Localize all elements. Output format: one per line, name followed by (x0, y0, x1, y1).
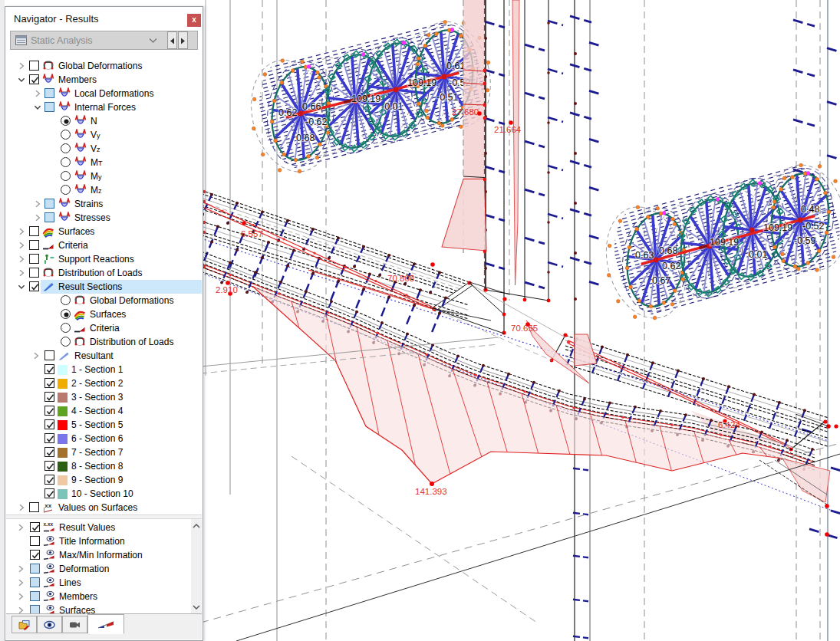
svg-text:-0.51: -0.51 (436, 92, 459, 103)
svg-text:2.910: 2.910 (216, 285, 238, 294)
svg-text:141.393: 141.393 (415, 487, 447, 496)
svg-text:-0.62: -0.62 (305, 117, 328, 127)
svg-text:21.664: 21.664 (494, 125, 522, 134)
svg-text:-0.59: -0.59 (794, 235, 816, 246)
svg-text:0.66: 0.66 (302, 101, 321, 112)
svg-text:-0.01: -0.01 (381, 101, 404, 112)
svg-text:0.01: 0.01 (749, 249, 767, 260)
svg-text:0.62: 0.62 (278, 107, 297, 118)
svg-text:109.19: 109.19 (407, 77, 436, 88)
svg-text:0.62: 0.62 (662, 261, 680, 271)
svg-text:0.63: 0.63 (635, 250, 654, 261)
svg-text:-0.52: -0.52 (802, 221, 825, 232)
svg-text:6.557: 6.557 (241, 229, 263, 238)
svg-text:0.68: 0.68 (296, 133, 315, 143)
svg-text:6.424: 6.424 (718, 420, 740, 429)
svg-text:109.19: 109.19 (763, 222, 792, 233)
svg-text:70.655: 70.655 (511, 324, 538, 333)
svg-text:70.808: 70.808 (387, 274, 414, 283)
svg-text:109.19: 109.19 (351, 94, 380, 104)
svg-text:27.680: 27.680 (452, 107, 479, 117)
svg-text:109.19: 109.19 (710, 237, 739, 248)
svg-text:0.61: 0.61 (446, 61, 465, 71)
svg-text:xx: xx (44, 502, 51, 509)
svg-text:0.67: 0.67 (652, 275, 670, 286)
svg-text:x.xx: x.xx (44, 521, 54, 527)
svg-text:0.48: 0.48 (801, 204, 819, 215)
svg-text:0.68: 0.68 (659, 245, 677, 256)
